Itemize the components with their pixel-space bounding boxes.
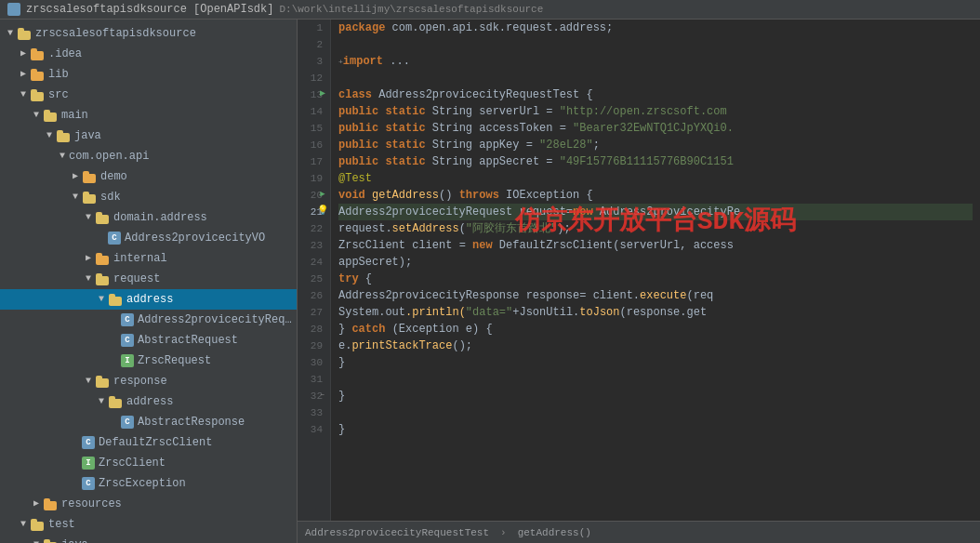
- token: (Exception e) {: [392, 323, 493, 336]
- code-line: public static String accessToken = "Bear…: [338, 120, 973, 137]
- tree-item-test[interactable]: test: [0, 514, 297, 535]
- tree-item-Address2provicecityVO[interactable]: CAddress2provicecityVO: [0, 228, 297, 248]
- token: (req: [686, 289, 713, 302]
- token: appKey: [479, 139, 525, 152]
- class-icon: C: [121, 334, 134, 347]
- tree-item-demo[interactable]: demo: [0, 166, 297, 187]
- token: {: [579, 189, 592, 202]
- tree-item-test.java[interactable]: java: [0, 535, 297, 543]
- line-number: 16: [301, 137, 323, 153]
- item-label: ZrscClient: [99, 457, 166, 470]
- file-tree[interactable]: zrscsalesoftapisdksource.idealibsrcmainj…: [0, 20, 298, 543]
- folder-icon: [56, 129, 71, 142]
- tree-item-idea[interactable]: .idea: [0, 44, 297, 64]
- item-label: zrscsalesoftapisdksource: [35, 27, 196, 40]
- tree-item-ZrscRequest[interactable]: IZrscRequest: [0, 351, 297, 371]
- arrow-icon: [69, 170, 82, 183]
- tree-item-address[interactable]: address: [0, 289, 297, 310]
- arrow-icon: [69, 477, 82, 490]
- code-line: } catch (Exception e) {: [338, 321, 973, 338]
- root-folder-icon: [17, 27, 32, 40]
- project-icon: [7, 3, 20, 16]
- tree-item-root[interactable]: zrscsalesoftapisdksource: [0, 23, 297, 44]
- token: request=: [519, 205, 573, 219]
- item-label: ZrscException: [99, 477, 186, 490]
- token: static: [385, 122, 431, 135]
- tree-item-AbstractResponse[interactable]: CAbstractResponse: [0, 412, 297, 432]
- token: printStackTrace: [351, 339, 452, 352]
- token: (response.get: [620, 306, 708, 319]
- code-area[interactable]: 1231213141516171920212223242526272829303…: [298, 20, 980, 521]
- folder-icon: [30, 88, 45, 101]
- token: @Test: [338, 172, 372, 185]
- token: Address2provicecityRequest: [338, 205, 519, 219]
- item-label: AbstractResponse: [138, 416, 245, 429]
- token: ZrscClient: [338, 239, 412, 252]
- token: "http://open.zrscsoft.com: [560, 105, 727, 118]
- item-label: Address2provicecityVO: [125, 232, 265, 245]
- arrow-icon: [95, 395, 108, 408]
- folder-icon: [82, 191, 97, 204]
- token: String: [432, 155, 479, 168]
- item-label: main: [61, 109, 88, 122]
- tree-item-src[interactable]: src: [0, 85, 297, 105]
- token: ...: [390, 55, 410, 68]
- folder-icon: [108, 293, 123, 306]
- code-line: Address2provicecityResponse response= cl…: [338, 287, 973, 304]
- title-path: D:\work\intellijmy\zrscsalesoftapisdksou…: [279, 4, 543, 15]
- code-line: ▶class Address2provicecityRequestTest {: [338, 86, 973, 103]
- tree-item-request[interactable]: request: [0, 269, 297, 289]
- run-icon[interactable]: ▶: [316, 188, 329, 201]
- token: client: [412, 239, 458, 252]
- line-number: 24: [301, 254, 323, 271]
- tree-item-domain.address[interactable]: domain.address: [0, 207, 297, 228]
- item-label: java: [61, 538, 88, 543]
- arrow-icon: [82, 272, 95, 285]
- token: toJson: [579, 306, 619, 319]
- item-label: sdk: [100, 191, 121, 204]
- fold-close-icon[interactable]: −: [316, 389, 329, 402]
- tree-item-Address2provicecityRequest[interactable]: CAddress2provicecityRequest: [0, 310, 297, 330]
- arrow-icon: [108, 334, 121, 347]
- item-label: demo: [100, 170, 127, 183]
- tree-item-resources[interactable]: resources: [0, 494, 297, 514]
- class-icon: C: [108, 232, 121, 245]
- token: public: [338, 122, 385, 135]
- arrow-icon: [82, 211, 95, 224]
- token: (: [459, 222, 466, 235]
- run-icon[interactable]: ▶: [316, 87, 329, 100]
- code-line: − }: [338, 388, 973, 404]
- tree-item-DefaultZrscClient[interactable]: CDefaultZrscClient: [0, 432, 297, 453]
- arrow-icon: [43, 129, 56, 142]
- line-number: 12: [301, 70, 323, 86]
- tree-item-lib[interactable]: lib: [0, 64, 297, 85]
- arrow-icon: [17, 47, 30, 60]
- item-label: src: [48, 88, 69, 101]
- tree-item-sdk[interactable]: sdk: [0, 187, 297, 207]
- token: void: [338, 189, 372, 202]
- tree-item-response[interactable]: response: [0, 371, 297, 391]
- item-label: request: [113, 272, 160, 285]
- token: import: [343, 55, 390, 68]
- tree-item-resp.address[interactable]: address: [0, 391, 297, 412]
- tree-item-java[interactable]: java: [0, 126, 297, 146]
- tree-item-ZrscClient[interactable]: IZrscClient: [0, 453, 297, 473]
- item-label: AbstractRequest: [138, 334, 238, 347]
- line-number: 25: [301, 271, 323, 287]
- tree-item-com.open.api[interactable]: com.open.api: [0, 146, 297, 166]
- tree-item-ZrscException[interactable]: CZrscException: [0, 473, 297, 494]
- tree-item-internal[interactable]: internal: [0, 248, 297, 269]
- tree-item-AbstractRequest[interactable]: CAbstractRequest: [0, 330, 297, 351]
- line-number: 17: [301, 153, 323, 170]
- arrow-icon: [17, 518, 30, 531]
- bulb-icon[interactable]: 💡: [316, 205, 329, 218]
- token: getAddress: [372, 189, 439, 202]
- token: );: [557, 222, 570, 235]
- code-line: [338, 70, 973, 86]
- token: static: [385, 155, 431, 168]
- item-label: lib: [48, 68, 69, 81]
- token: (serverUrl, access: [613, 239, 734, 252]
- tree-item-main[interactable]: main: [0, 105, 297, 126]
- token: =: [546, 105, 559, 118]
- line-number: 14: [301, 103, 323, 120]
